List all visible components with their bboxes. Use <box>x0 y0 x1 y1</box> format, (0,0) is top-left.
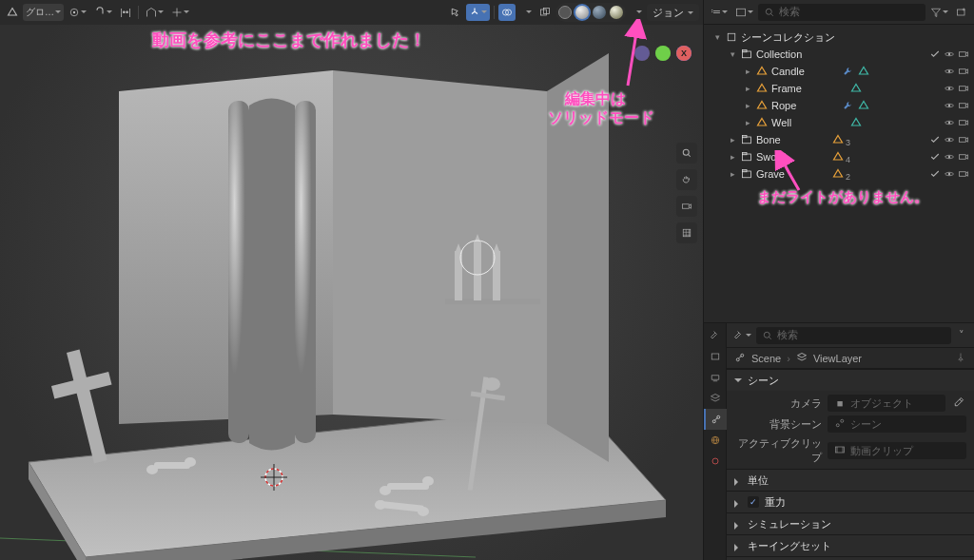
chk-toggle-icon[interactable] <box>928 150 942 164</box>
eye-toggle-icon[interactable] <box>943 167 956 181</box>
properties-tabs <box>704 323 727 560</box>
outliner-row-frame[interactable]: ▸Frame <box>704 80 974 97</box>
shading-solid[interactable] <box>574 4 591 21</box>
bg-scene-field[interactable]: シーン <box>828 415 966 433</box>
prop-edit-icon[interactable]: |••| <box>117 4 134 21</box>
row-label: Bone <box>756 134 828 145</box>
snap-select[interactable] <box>91 4 115 21</box>
disclosure-triangle-icon[interactable]: ▸ <box>743 84 752 93</box>
disclosure-triangle-icon[interactable]: ▾ <box>712 32 722 42</box>
child-count: 2 <box>846 172 850 182</box>
shading-mode-switcher[interactable] <box>555 3 626 22</box>
outliner-display-mode[interactable] <box>732 4 756 21</box>
section-gravity-header[interactable]: ✓重力 <box>727 492 974 512</box>
prop-tab-render[interactable] <box>704 346 727 367</box>
annotation-right: まだライトがありません。 <box>757 188 928 206</box>
eye-toggle-icon[interactable] <box>943 116 956 129</box>
svg-point-69 <box>736 357 739 360</box>
properties-options[interactable]: ˅ <box>953 327 970 344</box>
outliner-row-collection[interactable]: ▾Collection <box>704 46 974 63</box>
outliner-row-bone[interactable]: ▸Bone3 <box>704 131 974 148</box>
chk-toggle-icon[interactable] <box>928 167 942 181</box>
prop-tab-viewlayer[interactable] <box>704 388 727 409</box>
cam-toggle-icon[interactable] <box>957 65 970 78</box>
overlay-dropdown[interactable] <box>517 4 535 21</box>
outliner-filter[interactable] <box>927 4 951 21</box>
section-keying-header[interactable]: キーイングセット <box>727 535 974 556</box>
prop-tab-world[interactable] <box>704 430 727 451</box>
cam-toggle-icon[interactable] <box>957 99 970 112</box>
eye-toggle-icon[interactable] <box>943 65 956 78</box>
outliner-row-sword[interactable]: ▸Sword4 <box>704 148 974 165</box>
disclosure-triangle-icon[interactable]: ▾ <box>728 49 737 59</box>
disclosure-triangle-icon[interactable]: ▸ <box>743 101 752 110</box>
outliner-row-candle[interactable]: ▸Candle <box>704 63 974 80</box>
viewport-options[interactable]: ジョン <box>647 4 699 21</box>
annotation-mid2: ソリッドモード <box>548 108 654 128</box>
outliner-new-collection[interactable] <box>953 4 970 21</box>
prop-tab-scene[interactable] <box>704 409 727 430</box>
prop-tab-physics[interactable] <box>704 451 727 472</box>
outliner-search[interactable]: 検索 <box>758 4 925 21</box>
shading-material[interactable] <box>591 4 608 21</box>
section-units-header[interactable]: 単位 <box>727 470 974 491</box>
outliner-row-well[interactable]: ▸Well <box>704 114 974 131</box>
shading-rendered[interactable] <box>608 4 625 21</box>
gizmo-visibility[interactable] <box>466 4 490 21</box>
chk-toggle-icon[interactable] <box>928 48 942 61</box>
editor-type-icon[interactable] <box>4 4 21 21</box>
svg-point-72 <box>841 419 844 422</box>
eyedropper-icon[interactable] <box>951 396 966 410</box>
outliner-row--[interactable]: ▾シーンコレクション <box>704 29 974 46</box>
disclosure-triangle-icon[interactable]: ▸ <box>743 67 752 76</box>
cam-toggle-icon[interactable] <box>957 133 970 146</box>
coll-icon <box>740 167 753 181</box>
disclosure-triangle-icon[interactable]: ▸ <box>728 135 737 145</box>
pivot-select[interactable] <box>66 4 89 21</box>
disclosure-triangle-icon[interactable]: ▸ <box>743 118 752 127</box>
disclosure-triangle-icon[interactable]: ▸ <box>728 169 737 179</box>
eye-toggle-icon[interactable] <box>943 133 956 146</box>
crumb-viewlayer: ViewLayer <box>813 353 862 364</box>
svg-point-71 <box>836 424 839 427</box>
cam-toggle-icon[interactable] <box>957 48 970 61</box>
eye-toggle-icon[interactable] <box>943 150 956 164</box>
outliner-row-rope[interactable]: ▸Rope <box>704 97 974 114</box>
gravity-checkbox[interactable]: ✓ <box>748 496 759 508</box>
camera-field[interactable]: ■オブジェクト <box>828 395 945 412</box>
eye-toggle-icon[interactable] <box>943 82 956 95</box>
section-simulation-header[interactable]: シミュレーション <box>727 513 974 534</box>
eye-toggle-icon[interactable] <box>943 48 956 61</box>
xray-toggle[interactable] <box>536 4 554 21</box>
orientation-select[interactable] <box>143 4 166 21</box>
outliner-tree[interactable]: ▾シーンコレクション▾Collection▸Candle▸Frame▸Rope▸… <box>704 25 974 322</box>
eye-toggle-icon[interactable] <box>943 99 956 112</box>
select-tool-icon[interactable] <box>447 4 464 21</box>
cam-toggle-icon[interactable] <box>957 167 970 181</box>
properties-breadcrumb: Scene › ViewLayer <box>727 348 974 369</box>
row-label: Sword <box>756 151 828 163</box>
prop-editor-type[interactable] <box>730 327 754 344</box>
section-scene-header[interactable]: シーン <box>727 370 974 391</box>
shading-dropdown[interactable] <box>628 4 645 21</box>
mesh-icon <box>755 99 769 112</box>
shading-wireframe[interactable] <box>556 4 574 21</box>
disclosure-triangle-icon[interactable]: ▸ <box>728 152 737 162</box>
pin-icon[interactable] <box>955 352 966 365</box>
chk-toggle-icon[interactable] <box>928 133 942 146</box>
outliner-header: ≔ 検索 <box>704 0 974 25</box>
properties-search[interactable]: 検索 <box>756 327 951 344</box>
active-clip-field[interactable]: 動画クリップ <box>828 442 966 459</box>
mesh-icon <box>755 65 769 78</box>
transform-dropdown[interactable] <box>168 4 192 21</box>
prop-tab-tool[interactable] <box>704 325 727 346</box>
outliner-editor-type[interactable]: ≔ <box>708 4 730 21</box>
cam-toggle-icon[interactable] <box>957 116 970 129</box>
mode-select[interactable]: グロ… <box>23 4 64 21</box>
overlay-toggle[interactable] <box>498 4 516 21</box>
viewport-3d[interactable]: グロ… |••| <box>0 0 703 560</box>
cam-toggle-icon[interactable] <box>957 150 970 164</box>
outliner-row-grave[interactable]: ▸Grave2 <box>704 165 974 183</box>
prop-tab-output[interactable] <box>704 367 727 388</box>
cam-toggle-icon[interactable] <box>957 82 970 95</box>
